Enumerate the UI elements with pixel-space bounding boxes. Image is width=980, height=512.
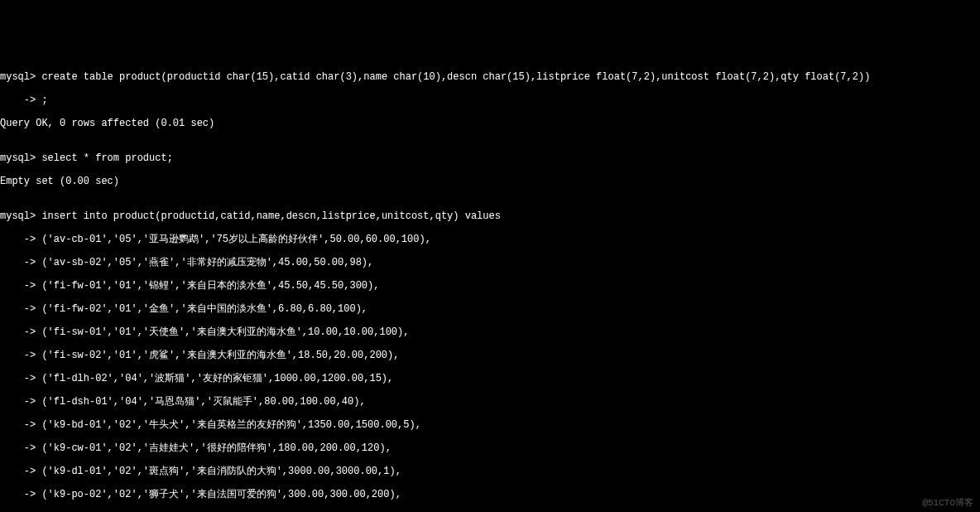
sql-line: -> ('av-sb-02','05','燕雀','非常好的减压宠物',45.0… (0, 257, 980, 268)
sql-line: -> ('k9-dl-01','02','斑点狗','来自消防队的大狗',300… (0, 466, 980, 477)
sql-line: mysql> create table product(productid ch… (0, 71, 980, 83)
sql-line: -> ; (0, 94, 980, 106)
sql-line: -> ('fl-dsh-01','04','马恩岛猫','灭鼠能手',80.00… (0, 396, 980, 408)
sql-line: -> ('k9-po-02','02','狮子犬','来自法国可爱的狗',300… (0, 489, 980, 500)
sql-line: -> ('fi-fw-01','01','锦鲤','来自日本的淡水鱼',45.5… (0, 280, 980, 292)
sql-line: mysql> insert into product(productid,cat… (0, 210, 980, 222)
result-line: Query OK, 0 rows affected (0.01 sec) (0, 118, 980, 129)
sql-line: mysql> select * from product; (0, 152, 980, 164)
sql-line: -> ('k9-bd-01','02','牛头犬','来自英格兰的友好的狗',1… (0, 419, 980, 431)
sql-line: -> ('fi-sw-01','01','天使鱼','来自澳大利亚的海水鱼',1… (0, 326, 980, 338)
result-line: Empty set (0.00 sec) (0, 176, 980, 187)
sql-line: -> ('k9-cw-01','02','吉娃娃犬','很好的陪伴狗',180.… (0, 442, 980, 454)
sql-line: -> ('av-cb-01','05','亚马逊鹦鹉','75岁以上高龄的好伙伴… (0, 234, 980, 245)
sql-line: -> ('fi-sw-02','01','虎鲨','来自澳大利亚的海水鱼',18… (0, 350, 980, 361)
terminal-output[interactable]: mysql> create table product(productid ch… (0, 58, 980, 512)
watermark: @51CTO博客 (922, 497, 973, 509)
sql-line: -> ('fl-dlh-02','04','波斯猫','友好的家钜猫',1000… (0, 373, 980, 384)
sql-line: -> ('fi-fw-02','01','金鱼','来自中国的淡水鱼',6.80… (0, 303, 980, 315)
